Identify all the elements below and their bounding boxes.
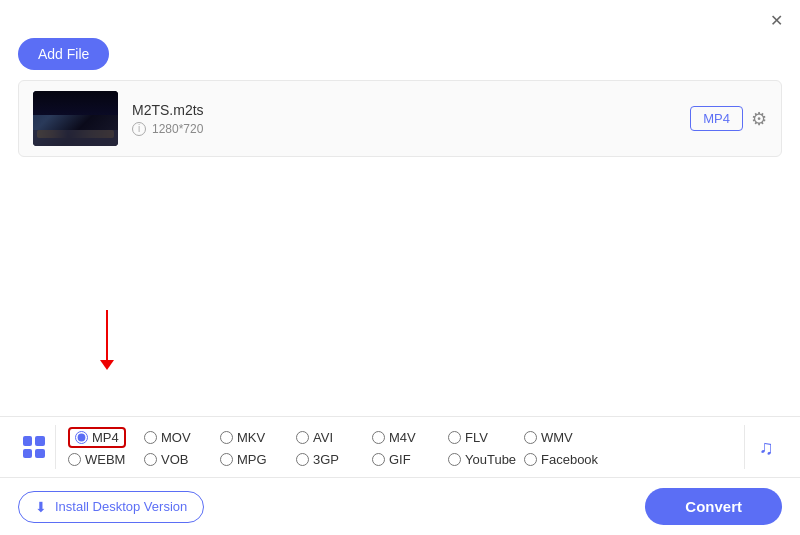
audio-formats-tab[interactable]: ♫ [744, 425, 788, 469]
file-list: M2TS.m2ts i 1280*720 MP4 ⚙ [18, 80, 782, 157]
video-formats-tab[interactable] [12, 425, 56, 469]
label-facebook: Facebook [541, 452, 598, 467]
label-vob: VOB [161, 452, 188, 467]
radio-mkv[interactable] [220, 431, 233, 444]
radio-flv[interactable] [448, 431, 461, 444]
format-bar: MP4 MOV MKV AVI M4V [0, 417, 800, 478]
format-option-facebook[interactable]: Facebook [524, 452, 598, 467]
info-icon[interactable]: i [132, 122, 146, 136]
file-thumbnail [33, 91, 118, 146]
install-button[interactable]: ⬇ Install Desktop Version [18, 491, 204, 523]
format-option-avi[interactable]: AVI [296, 430, 368, 445]
format-option-3gp[interactable]: 3GP [296, 452, 368, 467]
radio-avi[interactable] [296, 431, 309, 444]
radio-youtube[interactable] [448, 453, 461, 466]
label-m4v: M4V [389, 430, 416, 445]
format-option-wmv[interactable]: WMV [524, 430, 596, 445]
title-bar: ✕ [0, 0, 800, 30]
format-option-mpg[interactable]: MPG [220, 452, 292, 467]
format-option-vob[interactable]: VOB [144, 452, 216, 467]
label-flv: FLV [465, 430, 488, 445]
label-avi: AVI [313, 430, 333, 445]
file-actions: MP4 ⚙ [690, 106, 767, 131]
label-mov: MOV [161, 430, 191, 445]
radio-vob[interactable] [144, 453, 157, 466]
label-mkv: MKV [237, 430, 265, 445]
format-option-mov[interactable]: MOV [144, 430, 216, 445]
file-meta: i 1280*720 [132, 122, 676, 136]
label-3gp: 3GP [313, 452, 339, 467]
radio-mov[interactable] [144, 431, 157, 444]
label-gif: GIF [389, 452, 411, 467]
radio-m4v[interactable] [372, 431, 385, 444]
radio-webm[interactable] [68, 453, 81, 466]
radio-3gp[interactable] [296, 453, 309, 466]
radio-wmv[interactable] [524, 431, 537, 444]
convert-button[interactable]: Convert [645, 488, 782, 525]
arrow-head [100, 360, 114, 370]
format-options: MP4 MOV MKV AVI M4V [56, 423, 744, 471]
label-wmv: WMV [541, 430, 573, 445]
music-note-icon: ♫ [759, 436, 774, 459]
add-file-button[interactable]: Add File [18, 38, 109, 70]
close-button[interactable]: ✕ [766, 10, 786, 30]
label-mpg: MPG [237, 452, 267, 467]
file-item: M2TS.m2ts i 1280*720 MP4 ⚙ [19, 81, 781, 156]
file-resolution: 1280*720 [152, 122, 203, 136]
annotation-arrow [100, 310, 114, 370]
format-badge[interactable]: MP4 [690, 106, 743, 131]
arrow-line [106, 310, 108, 360]
footer-bar: ⬇ Install Desktop Version Convert [0, 478, 800, 535]
toolbar: Add File [0, 30, 800, 80]
radio-mp4[interactable] [75, 431, 88, 444]
radio-facebook[interactable] [524, 453, 537, 466]
content-area [0, 157, 800, 387]
grid-icon [23, 436, 45, 458]
install-label: Install Desktop Version [55, 499, 187, 514]
format-row-2: WEBM VOB MPG 3GP GIF [68, 452, 732, 467]
format-option-gif[interactable]: GIF [372, 452, 444, 467]
label-mp4: MP4 [92, 430, 119, 445]
radio-gif[interactable] [372, 453, 385, 466]
format-option-mkv[interactable]: MKV [220, 430, 292, 445]
label-webm: WEBM [85, 452, 125, 467]
format-option-flv[interactable]: FLV [448, 430, 520, 445]
file-name: M2TS.m2ts [132, 102, 676, 118]
settings-icon[interactable]: ⚙ [751, 108, 767, 130]
file-info: M2TS.m2ts i 1280*720 [132, 102, 676, 136]
format-section: MP4 MOV MKV AVI M4V [0, 416, 800, 535]
label-youtube: YouTube [465, 452, 516, 467]
format-option-m4v[interactable]: M4V [372, 430, 444, 445]
download-icon: ⬇ [35, 499, 47, 515]
thumbnail-image [33, 91, 118, 146]
format-option-youtube[interactable]: YouTube [448, 452, 520, 467]
format-option-mp4[interactable]: MP4 [68, 427, 140, 448]
format-row-1: MP4 MOV MKV AVI M4V [68, 427, 732, 448]
format-option-webm[interactable]: WEBM [68, 452, 140, 467]
radio-mpg[interactable] [220, 453, 233, 466]
